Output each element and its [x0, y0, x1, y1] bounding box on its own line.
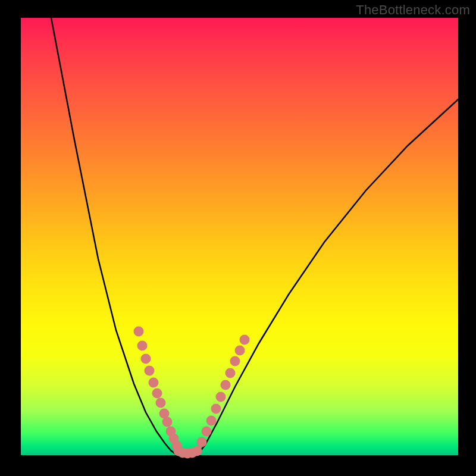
- scatter-dot: [206, 416, 217, 426]
- scatter-dot: [137, 341, 148, 351]
- scatter-dot: [226, 368, 236, 378]
- scatter-dot: [149, 378, 159, 388]
- scatter-dot: [230, 356, 240, 367]
- chart-plot-area: [21, 18, 458, 455]
- watermark-text: TheBottleneck.com: [356, 2, 470, 18]
- scatter-dot: [156, 398, 166, 408]
- scatter-dot: [211, 404, 221, 414]
- scatter-dot: [141, 354, 151, 364]
- scatter-dot: [145, 366, 155, 376]
- scatter-dot: [192, 446, 202, 456]
- scatter-dot: [162, 417, 173, 427]
- scatter-dot: [240, 335, 250, 345]
- scatter-dot: [221, 380, 231, 390]
- scatter-dot: [216, 392, 226, 402]
- curve-line: [51, 18, 458, 454]
- chart-svg: [21, 18, 458, 455]
- scatter-dot: [202, 427, 212, 437]
- scatter-dot: [235, 346, 245, 356]
- scatter-dot: [134, 327, 144, 337]
- scatter-dot: [197, 437, 207, 447]
- v-curve-path: [51, 18, 458, 454]
- scatter-dot: [152, 389, 162, 399]
